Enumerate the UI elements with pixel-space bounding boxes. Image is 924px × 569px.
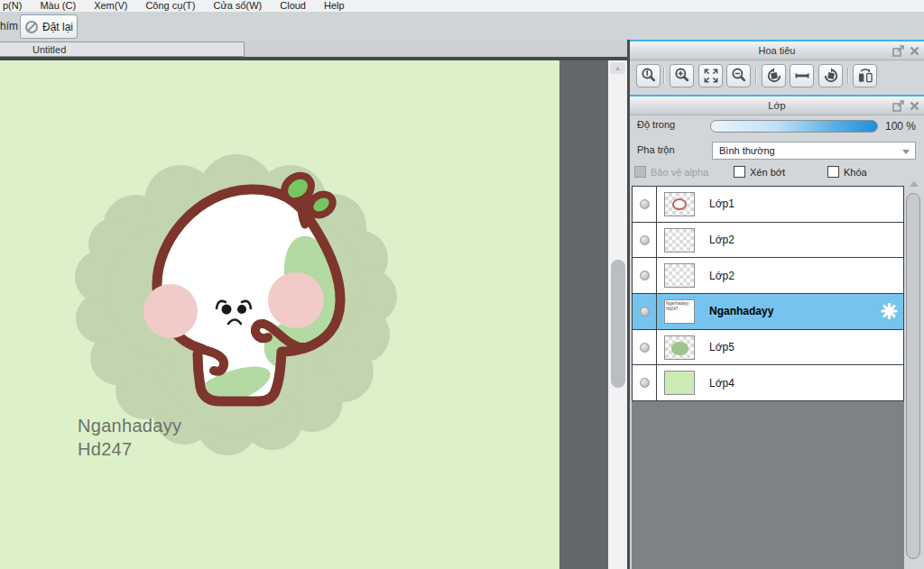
toolbar-separator — [755, 68, 756, 84]
layer-name: Lớp1 — [709, 197, 735, 210]
menu-item-cong-cu-t[interactable]: Công cụ(T) — [145, 0, 195, 12]
menu-item-help[interactable]: Help — [324, 0, 345, 12]
layer-visibility-toggle[interactable] — [633, 187, 657, 222]
toolbar: hím Đặt lại — [0, 12, 924, 41]
reset-button-label: Đặt lại — [42, 21, 73, 33]
layer-settings-gear-icon[interactable] — [881, 303, 898, 320]
canvas-vertical-scrollbar[interactable]: ▲ — [608, 60, 628, 569]
layer-name: Lớp4 — [709, 377, 735, 390]
chevron-down-icon — [902, 150, 910, 154]
fit-screen-button[interactable] — [698, 64, 723, 87]
layer-thumbnail — [664, 371, 695, 395]
layer-name: Lớp2 — [709, 234, 735, 246]
canvas-scrollbar-thumb[interactable] — [611, 260, 625, 388]
menu-item-cua-so-w[interactable]: Cửa sổ(W) — [213, 0, 262, 12]
layer-thumbnail — [664, 192, 695, 216]
layer-row-nganhadayy[interactable]: NganhadayyHd247Nganhadayy — [633, 294, 903, 330]
right-cheek — [268, 272, 324, 328]
layer-row-lop2[interactable]: Lớp2 — [633, 223, 903, 259]
navigator-title: Hoa tiêu — [759, 45, 796, 56]
menu-item-xem-v[interactable]: Xem(V) — [94, 0, 127, 12]
scroll-up-icon[interactable] — [910, 181, 919, 187]
scroll-up-icon[interactable]: ▲ — [610, 62, 625, 74]
zoom-in-button[interactable] — [670, 64, 694, 87]
reset-rotation-button[interactable] — [790, 64, 814, 87]
navigator-title-bar: Hoa tiêu — [630, 41, 924, 60]
visibility-indicator-icon — [640, 378, 650, 388]
checkbox-icon — [734, 166, 745, 178]
layer-name: Lớp5 — [709, 341, 735, 353]
zoom-100-button[interactable] — [636, 64, 661, 87]
lock-label: Khóa — [844, 167, 867, 178]
layer-visibility-toggle[interactable] — [633, 294, 657, 329]
toolbar-partial-label: hím — [0, 20, 18, 32]
layer-row-lop5[interactable]: Lớp5 — [633, 330, 903, 366]
checkbox-icon — [827, 166, 839, 178]
zoom-out-button[interactable] — [726, 64, 751, 87]
layer-name: Nganhadayy — [709, 305, 773, 317]
app-window: p(N)Màu (C)Xem(V)Công cụ(T)Cửa sổ(W)Clou… — [0, 0, 924, 569]
clipping-checkbox[interactable]: Xén bớt — [734, 166, 785, 178]
signature-line1: Nganhadayy — [78, 416, 181, 436]
alpha-protect-label: Bảo vệ alpha — [651, 167, 708, 178]
menu-item-cloud[interactable]: Cloud — [280, 0, 306, 12]
layer-list: Lớp1Lớp2Lớp2NganhadayyHd247NganhadayyLớp… — [632, 186, 904, 401]
layer-row-lop2[interactable]: Lớp2 — [633, 258, 903, 294]
rotate-left-button[interactable] — [762, 64, 786, 87]
panel-scrollbar[interactable] — [905, 180, 922, 569]
tab-bar: Untitled — [0, 41, 630, 57]
thumbnail-text: Nganhadayy — [665, 300, 691, 305]
signature-line2: Hd247 — [78, 439, 132, 459]
flip-horizontal-button[interactable] — [853, 64, 877, 87]
layer-thumbnail — [664, 228, 695, 252]
blend-label: Pha trộn — [637, 144, 675, 155]
layer-visibility-toggle[interactable] — [633, 330, 657, 365]
close-icon[interactable] — [908, 44, 921, 57]
layer-name: Lớp2 — [709, 270, 735, 282]
tab-untitled[interactable]: Untitled — [0, 41, 245, 57]
prohibition-icon — [24, 20, 39, 34]
layer-row-lop4[interactable]: Lớp4 — [633, 365, 903, 400]
menu-item-mau-c[interactable]: Màu (C) — [40, 0, 76, 12]
visibility-indicator-icon — [640, 343, 650, 353]
left-cheek — [143, 284, 198, 338]
layers-title-bar: Lớp — [630, 96, 924, 115]
visibility-indicator-icon — [640, 199, 650, 209]
menu-bar: p(N)Màu (C)Xem(V)Công cụ(T)Cửa sổ(W)Clou… — [0, 0, 924, 12]
sketch-preview — [672, 198, 687, 210]
close-icon[interactable] — [908, 99, 921, 112]
tab-label: Untitled — [32, 43, 66, 57]
layer-list-empty-area — [632, 401, 904, 569]
layer-thumbnail — [664, 335, 695, 360]
lock-checkbox[interactable]: Khóa — [827, 166, 867, 178]
blob-preview — [671, 342, 688, 355]
drawing-canvas[interactable]: Nganhadayy Hd247 — [0, 60, 559, 569]
toolbar-separator — [847, 68, 848, 84]
navigator-toolbar — [630, 60, 924, 95]
layer-visibility-toggle[interactable] — [633, 258, 657, 293]
visibility-indicator-icon — [640, 271, 650, 280]
toolbar-separator — [663, 68, 664, 84]
visibility-indicator-icon — [640, 235, 650, 245]
checkbox-icon — [634, 166, 646, 178]
layers-title: Lớp — [768, 100, 785, 111]
layer-thumbnail: NganhadayyHd247 — [664, 299, 695, 324]
visibility-indicator-icon — [640, 307, 650, 317]
blend-mode-select[interactable]: Bình thường — [712, 142, 916, 160]
opacity-value: 100 % — [885, 120, 916, 133]
menu-item-p-n[interactable]: p(N) — [3, 0, 22, 12]
popout-icon[interactable] — [892, 44, 905, 57]
alpha-protect-checkbox[interactable]: Bảo vệ alpha — [634, 166, 708, 178]
blend-mode-value: Bình thường — [719, 145, 775, 156]
clipping-label: Xén bớt — [750, 167, 785, 178]
panel-scrollbar-thumb[interactable] — [906, 193, 920, 559]
opacity-slider[interactable] — [710, 120, 878, 133]
rotate-right-button[interactable] — [818, 64, 843, 87]
layer-row-lop1[interactable]: Lớp1 — [633, 187, 903, 223]
layer-visibility-toggle[interactable] — [633, 223, 657, 258]
opacity-label: Độ trong — [637, 119, 675, 130]
layer-thumbnail — [664, 263, 695, 288]
reset-button[interactable]: Đặt lại — [20, 14, 78, 39]
popout-icon[interactable] — [892, 99, 905, 112]
layer-visibility-toggle[interactable] — [633, 365, 657, 400]
